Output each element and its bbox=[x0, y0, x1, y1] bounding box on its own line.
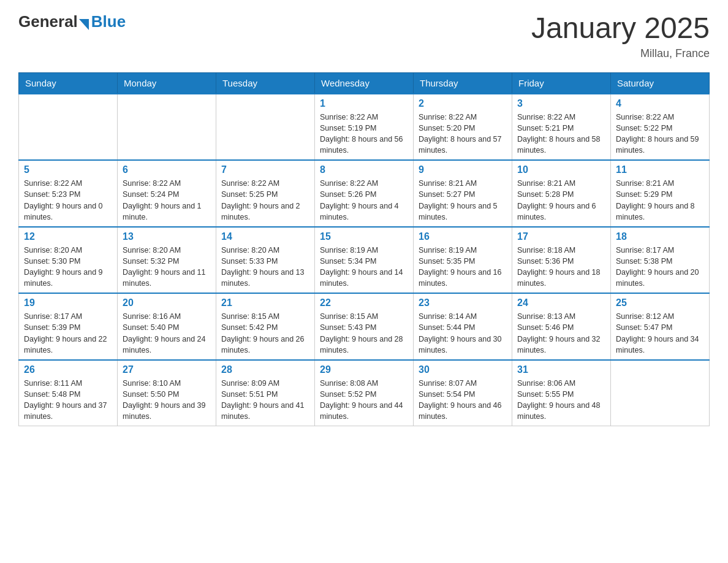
page-title: January 2025 bbox=[531, 12, 710, 45]
page-subtitle: Millau, France bbox=[531, 47, 710, 60]
calendar-cell bbox=[611, 360, 710, 426]
calendar-cell: 25Sunrise: 8:12 AMSunset: 5:47 PMDayligh… bbox=[611, 293, 710, 360]
calendar-cell: 16Sunrise: 8:19 AMSunset: 5:35 PMDayligh… bbox=[414, 227, 512, 294]
day-info: Sunrise: 8:22 AMSunset: 5:26 PMDaylight:… bbox=[320, 178, 408, 223]
calendar-cell: 2Sunrise: 8:22 AMSunset: 5:20 PMDaylight… bbox=[414, 94, 512, 161]
calendar-cell: 15Sunrise: 8:19 AMSunset: 5:34 PMDayligh… bbox=[315, 227, 414, 294]
day-number: 15 bbox=[320, 231, 408, 242]
day-number: 12 bbox=[24, 231, 112, 242]
day-info: Sunrise: 8:06 AMSunset: 5:55 PMDaylight:… bbox=[517, 378, 605, 423]
calendar-cell: 31Sunrise: 8:06 AMSunset: 5:55 PMDayligh… bbox=[512, 360, 611, 426]
weekday-header-thursday: Thursday bbox=[414, 72, 512, 94]
calendar-cell: 24Sunrise: 8:13 AMSunset: 5:46 PMDayligh… bbox=[512, 293, 611, 360]
weekday-header-monday: Monday bbox=[118, 72, 216, 94]
day-info: Sunrise: 8:12 AMSunset: 5:47 PMDaylight:… bbox=[616, 311, 704, 356]
calendar-cell bbox=[118, 94, 216, 161]
calendar-cell: 3Sunrise: 8:22 AMSunset: 5:21 PMDaylight… bbox=[512, 94, 611, 161]
calendar-cell: 30Sunrise: 8:07 AMSunset: 5:54 PMDayligh… bbox=[414, 360, 512, 426]
day-info: Sunrise: 8:15 AMSunset: 5:43 PMDaylight:… bbox=[320, 311, 408, 356]
calendar-cell: 12Sunrise: 8:20 AMSunset: 5:30 PMDayligh… bbox=[19, 227, 118, 294]
day-info: Sunrise: 8:22 AMSunset: 5:21 PMDaylight:… bbox=[517, 112, 605, 156]
page-header: General Blue January 2025 Millau, France bbox=[18, 12, 710, 60]
day-number: 27 bbox=[123, 364, 211, 375]
calendar-cell: 4Sunrise: 8:22 AMSunset: 5:22 PMDaylight… bbox=[611, 94, 710, 161]
calendar-cell: 23Sunrise: 8:14 AMSunset: 5:44 PMDayligh… bbox=[414, 293, 512, 360]
calendar-cell: 8Sunrise: 8:22 AMSunset: 5:26 PMDaylight… bbox=[315, 160, 414, 227]
week-row-2: 5Sunrise: 8:22 AMSunset: 5:23 PMDaylight… bbox=[19, 160, 710, 227]
day-info: Sunrise: 8:21 AMSunset: 5:29 PMDaylight:… bbox=[616, 178, 704, 223]
day-number: 17 bbox=[517, 231, 605, 242]
day-number: 22 bbox=[320, 297, 408, 308]
day-info: Sunrise: 8:22 AMSunset: 5:24 PMDaylight:… bbox=[123, 178, 211, 223]
day-info: Sunrise: 8:22 AMSunset: 5:22 PMDaylight:… bbox=[616, 112, 704, 156]
calendar-cell: 7Sunrise: 8:22 AMSunset: 5:25 PMDaylight… bbox=[216, 160, 315, 227]
day-info: Sunrise: 8:20 AMSunset: 5:33 PMDaylight:… bbox=[221, 245, 309, 289]
day-number: 23 bbox=[419, 297, 507, 308]
day-info: Sunrise: 8:20 AMSunset: 5:30 PMDaylight:… bbox=[24, 245, 112, 289]
day-info: Sunrise: 8:15 AMSunset: 5:42 PMDaylight:… bbox=[221, 311, 309, 356]
day-info: Sunrise: 8:11 AMSunset: 5:48 PMDaylight:… bbox=[24, 378, 112, 423]
day-number: 20 bbox=[123, 297, 211, 308]
day-info: Sunrise: 8:21 AMSunset: 5:27 PMDaylight:… bbox=[419, 178, 507, 223]
day-number: 6 bbox=[123, 164, 211, 175]
logo-general: General bbox=[18, 12, 78, 31]
weekday-header-tuesday: Tuesday bbox=[216, 72, 315, 94]
week-row-1: 1Sunrise: 8:22 AMSunset: 5:19 PMDaylight… bbox=[19, 94, 710, 161]
day-number: 14 bbox=[221, 231, 309, 242]
day-number: 25 bbox=[616, 297, 704, 308]
calendar-cell: 1Sunrise: 8:22 AMSunset: 5:19 PMDaylight… bbox=[315, 94, 414, 161]
day-number: 2 bbox=[419, 98, 507, 109]
calendar-cell: 20Sunrise: 8:16 AMSunset: 5:40 PMDayligh… bbox=[118, 293, 216, 360]
logo-blue: Blue bbox=[91, 12, 126, 31]
weekday-header-wednesday: Wednesday bbox=[315, 72, 414, 94]
calendar-cell bbox=[216, 94, 315, 161]
calendar-cell: 18Sunrise: 8:17 AMSunset: 5:38 PMDayligh… bbox=[611, 227, 710, 294]
day-number: 21 bbox=[221, 297, 309, 308]
day-number: 9 bbox=[419, 164, 507, 175]
day-number: 13 bbox=[123, 231, 211, 242]
day-number: 29 bbox=[320, 364, 408, 375]
day-info: Sunrise: 8:19 AMSunset: 5:34 PMDaylight:… bbox=[320, 245, 408, 289]
day-info: Sunrise: 8:17 AMSunset: 5:39 PMDaylight:… bbox=[24, 311, 112, 356]
day-info: Sunrise: 8:21 AMSunset: 5:28 PMDaylight:… bbox=[517, 178, 605, 223]
day-info: Sunrise: 8:10 AMSunset: 5:50 PMDaylight:… bbox=[123, 378, 211, 423]
calendar-cell: 29Sunrise: 8:08 AMSunset: 5:52 PMDayligh… bbox=[315, 360, 414, 426]
calendar-table: SundayMondayTuesdayWednesdayThursdayFrid… bbox=[18, 72, 710, 427]
day-number: 4 bbox=[616, 98, 704, 109]
day-info: Sunrise: 8:19 AMSunset: 5:35 PMDaylight:… bbox=[419, 245, 507, 289]
calendar-cell: 17Sunrise: 8:18 AMSunset: 5:36 PMDayligh… bbox=[512, 227, 611, 294]
calendar-cell: 11Sunrise: 8:21 AMSunset: 5:29 PMDayligh… bbox=[611, 160, 710, 227]
day-info: Sunrise: 8:22 AMSunset: 5:25 PMDaylight:… bbox=[221, 178, 309, 223]
day-number: 8 bbox=[320, 164, 408, 175]
day-number: 24 bbox=[517, 297, 605, 308]
day-number: 26 bbox=[24, 364, 112, 375]
day-info: Sunrise: 8:22 AMSunset: 5:19 PMDaylight:… bbox=[320, 112, 408, 156]
day-info: Sunrise: 8:14 AMSunset: 5:44 PMDaylight:… bbox=[419, 311, 507, 356]
weekday-header-friday: Friday bbox=[512, 72, 611, 94]
day-info: Sunrise: 8:16 AMSunset: 5:40 PMDaylight:… bbox=[123, 311, 211, 356]
calendar-cell: 13Sunrise: 8:20 AMSunset: 5:32 PMDayligh… bbox=[118, 227, 216, 294]
day-number: 10 bbox=[517, 164, 605, 175]
day-info: Sunrise: 8:13 AMSunset: 5:46 PMDaylight:… bbox=[517, 311, 605, 356]
day-info: Sunrise: 8:07 AMSunset: 5:54 PMDaylight:… bbox=[419, 378, 507, 423]
day-info: Sunrise: 8:22 AMSunset: 5:23 PMDaylight:… bbox=[24, 178, 112, 223]
weekday-header-sunday: Sunday bbox=[19, 72, 118, 94]
weekday-header-saturday: Saturday bbox=[611, 72, 710, 94]
logo-arrow-icon bbox=[79, 19, 89, 30]
day-number: 1 bbox=[320, 98, 408, 109]
day-number: 28 bbox=[221, 364, 309, 375]
week-row-5: 26Sunrise: 8:11 AMSunset: 5:48 PMDayligh… bbox=[19, 360, 710, 426]
calendar-header-row: SundayMondayTuesdayWednesdayThursdayFrid… bbox=[19, 72, 710, 94]
calendar-cell: 10Sunrise: 8:21 AMSunset: 5:28 PMDayligh… bbox=[512, 160, 611, 227]
calendar-cell: 28Sunrise: 8:09 AMSunset: 5:51 PMDayligh… bbox=[216, 360, 315, 426]
day-number: 19 bbox=[24, 297, 112, 308]
day-number: 7 bbox=[221, 164, 309, 175]
week-row-4: 19Sunrise: 8:17 AMSunset: 5:39 PMDayligh… bbox=[19, 293, 710, 360]
day-number: 30 bbox=[419, 364, 507, 375]
calendar-cell: 19Sunrise: 8:17 AMSunset: 5:39 PMDayligh… bbox=[19, 293, 118, 360]
calendar-cell: 22Sunrise: 8:15 AMSunset: 5:43 PMDayligh… bbox=[315, 293, 414, 360]
calendar-cell: 27Sunrise: 8:10 AMSunset: 5:50 PMDayligh… bbox=[118, 360, 216, 426]
day-number: 11 bbox=[616, 164, 704, 175]
calendar-cell: 9Sunrise: 8:21 AMSunset: 5:27 PMDaylight… bbox=[414, 160, 512, 227]
day-info: Sunrise: 8:20 AMSunset: 5:32 PMDaylight:… bbox=[123, 245, 211, 289]
